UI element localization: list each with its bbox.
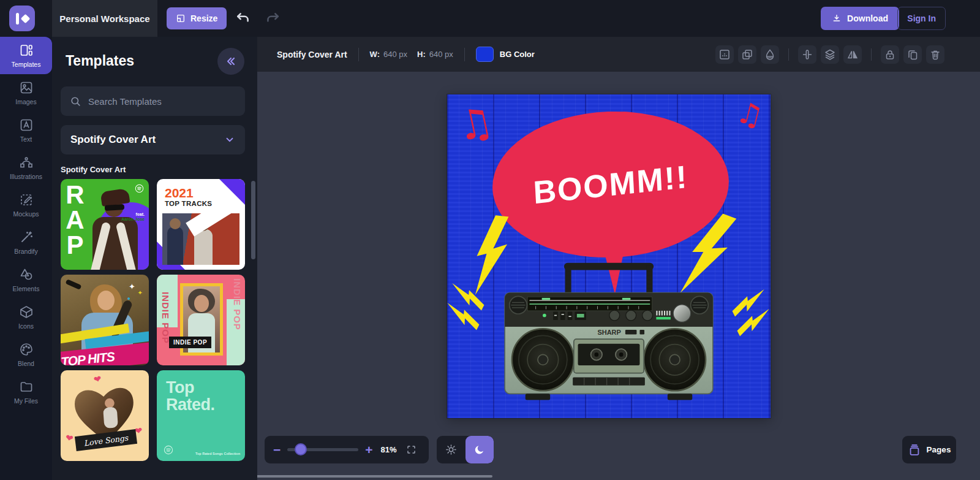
layers-button[interactable] <box>821 45 839 64</box>
zoom-level[interactable]: 81% <box>381 445 397 454</box>
featuring-text: feat. Aaron Jose <box>121 212 145 223</box>
sidebar-item-brandify[interactable]: Brandify <box>0 224 52 261</box>
mockups-icon <box>19 192 34 207</box>
rapper-figure <box>90 190 138 270</box>
canvas-pattern-icon <box>718 48 731 61</box>
collapse-panel-button[interactable] <box>217 48 244 75</box>
width-value[interactable]: 640 px <box>383 50 407 59</box>
copy-icon <box>907 48 919 61</box>
sidebar-item-elements[interactable]: Elements <box>0 261 52 299</box>
flip-button[interactable] <box>843 45 862 64</box>
logo-bar <box>16 13 19 25</box>
resize-icon <box>176 13 186 23</box>
my-files-icon <box>19 379 34 394</box>
resize-button[interactable]: Resize <box>167 7 227 29</box>
template-grid: RAP feat. Aaron Jose 2021 TOP TRACKS ✦ <box>61 179 245 461</box>
side-text: INDIE POP <box>232 278 243 330</box>
document-title: Spotify Cover Art <box>277 50 347 59</box>
top-hits-title: TOP HITS <box>61 349 115 365</box>
duplicate-canvas-button[interactable] <box>738 45 756 64</box>
music-note-icon[interactable]: ♫ <box>733 94 767 134</box>
category-dropdown[interactable]: Spotify Cover Art <box>61 125 245 154</box>
align-center-icon <box>801 48 813 61</box>
spotify-icon <box>135 184 144 193</box>
sidebar-item-label: Icons <box>18 322 34 330</box>
sidebar-item-illustrations[interactable]: Illustrations <box>0 149 52 186</box>
droplet-button[interactable] <box>761 45 779 64</box>
crowd-photo <box>162 213 239 265</box>
sign-in-label: Sign In <box>907 13 936 23</box>
zoom-in-button[interactable]: + <box>365 443 372 456</box>
flip-icon <box>846 48 859 61</box>
template-thumb-top-rated[interactable]: Top Rated. Top Rated Songs Collection <box>157 370 245 461</box>
search-icon <box>70 96 81 107</box>
duplicate-canvas-icon <box>741 48 753 61</box>
template-thumb-2021-top-tracks[interactable]: 2021 TOP TRACKS <box>157 179 245 270</box>
redo-button[interactable] <box>265 10 281 26</box>
dark-mode-button[interactable] <box>466 436 494 463</box>
workspace-tab[interactable]: Personal Workspace <box>52 0 157 37</box>
sidebar-item-text[interactable]: Text <box>0 112 52 149</box>
undo-button[interactable] <box>235 10 251 26</box>
zoom-out-button[interactable]: − <box>273 443 281 456</box>
boombox-image[interactable]: SHARP <box>496 259 722 413</box>
template-thumb-love-songs[interactable]: ❤ ❤ ❤ Love Songs <box>61 370 149 461</box>
bg-color-swatch[interactable] <box>476 47 494 62</box>
sidebar-item-my-files[interactable]: My Files <box>0 373 52 411</box>
bubble-text[interactable]: BOOMM!! <box>532 158 688 211</box>
template-thumb-rap[interactable]: RAP feat. Aaron Jose <box>61 179 149 270</box>
lock-button[interactable] <box>881 45 899 64</box>
sidebar-item-label: Elements <box>13 285 40 292</box>
lock-icon <box>884 48 896 61</box>
canvas-pattern-button[interactable] <box>715 45 734 64</box>
layers-icon <box>824 48 836 61</box>
pages-button[interactable]: Pages <box>902 436 956 463</box>
music-note-icon[interactable]: ♫ <box>453 97 498 151</box>
fullscreen-button[interactable] <box>406 444 417 455</box>
height-value[interactable]: 640 px <box>429 50 453 59</box>
search-box <box>61 86 245 116</box>
light-mode-button[interactable] <box>437 436 466 463</box>
divider <box>788 48 789 61</box>
sidebar-item-mockups[interactable]: Mockups <box>0 186 52 224</box>
zoom-toolbar: − + 81% <box>265 436 429 463</box>
download-button[interactable]: Download <box>821 7 899 30</box>
top-rated-title: Top Rated. <box>166 379 227 414</box>
sparkle: ✦ <box>129 282 135 291</box>
sidebar-item-images[interactable]: Images <box>0 74 52 112</box>
canvas-toolbar: Spotify Cover Art W: 640 px H: 640 px BG… <box>257 37 980 72</box>
logo-diamond <box>20 13 30 23</box>
sidebar-item-blend[interactable]: Blend <box>0 336 52 373</box>
zoom-slider[interactable] <box>287 448 358 451</box>
workspace-tab-label: Personal Workspace <box>59 13 149 24</box>
template-thumb-indie-pop[interactable]: INDIE POP INDIE POP INDIE POP <box>157 275 245 365</box>
chevron-down-icon <box>224 134 235 145</box>
app-logo[interactable] <box>9 6 35 31</box>
top-bar: Personal Workspace Resize Download Sign … <box>0 0 980 37</box>
sidebar-item-templates[interactable]: Templates <box>0 37 52 74</box>
panel-scrollbar[interactable] <box>251 181 255 259</box>
canvas-artboard[interactable]: ♫ ♫ BOOMM!! <box>447 94 771 418</box>
icons-icon <box>19 305 34 319</box>
theme-toggle <box>437 436 494 463</box>
templates-panel: Templates Spotify Cover Art Spotify Cove… <box>52 37 257 480</box>
trash-icon <box>929 48 941 61</box>
chevrons-left-icon <box>225 55 237 67</box>
sparkle: ✦ <box>138 289 143 296</box>
align-center-button[interactable] <box>798 45 816 64</box>
fullscreen-icon <box>406 444 417 455</box>
trash-button[interactable] <box>926 45 944 64</box>
template-thumb-top-hits[interactable]: ✦ ✦ ● TOP HITS <box>61 275 149 365</box>
resize-label: Resize <box>190 13 217 23</box>
templates-icon <box>19 43 34 58</box>
sidebar-item-icons[interactable]: Icons <box>0 299 52 336</box>
search-input[interactable] <box>88 96 236 107</box>
zoom-slider-thumb[interactable] <box>295 443 307 455</box>
moon-icon <box>474 444 486 455</box>
copy-button[interactable] <box>903 45 922 64</box>
download-icon <box>832 13 842 23</box>
brandify-icon <box>19 230 34 245</box>
sidebar-item-label: Illustrations <box>10 173 42 180</box>
pages-icon <box>908 443 921 457</box>
sign-in-button[interactable]: Sign In <box>897 7 946 30</box>
